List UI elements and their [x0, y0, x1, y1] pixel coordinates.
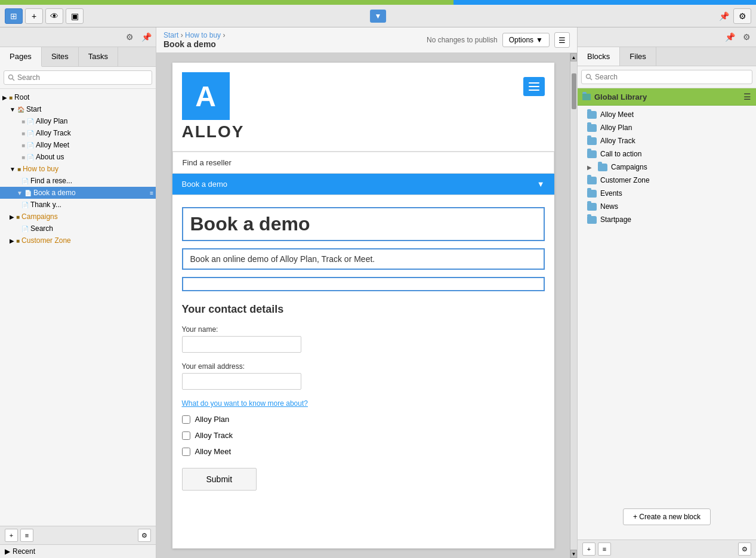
list-view-button[interactable]: ☰: [554, 32, 570, 48]
toolbar-frame-btn[interactable]: ▣: [66, 8, 84, 24]
breadcrumb-start[interactable]: Start: [163, 31, 178, 39]
right-sidebar-top-icons: 📌 ⚙: [578, 27, 756, 47]
hamburger-menu-btn[interactable]: [523, 77, 545, 96]
alloy-header: A ALLOY: [172, 63, 554, 151]
nav-book-demo[interactable]: Book a demo ▼: [172, 174, 554, 195]
library-item-startpage[interactable]: Startpage: [578, 213, 756, 226]
right-search-input[interactable]: [581, 70, 752, 84]
question-text: What do you want to know more about?: [182, 399, 545, 408]
tab-sites[interactable]: Sites: [42, 47, 79, 66]
tree-item-root[interactable]: ▶ ■ Root: [0, 91, 156, 103]
tree-item-campaigns[interactable]: ▶ ■ Campaigns: [0, 211, 156, 223]
page-frame: A ALLOY: [172, 63, 554, 548]
lib-folder-icon: [587, 124, 597, 132]
right-settings-btn[interactable]: ⚙: [738, 542, 751, 556]
lib-folder-icon: [587, 111, 597, 119]
checkbox-alloy-track: Alloy Track: [182, 431, 545, 440]
tab-tasks[interactable]: Tasks: [79, 47, 118, 66]
toolbar-dropdown-btn[interactable]: ▼: [370, 10, 387, 23]
tree-item-alloy-track[interactable]: ■ 📄 Alloy Track: [0, 127, 156, 139]
toolbar-gear-btn[interactable]: ⚙: [733, 8, 751, 24]
sidebar-menu-btn[interactable]: ≡: [20, 529, 33, 542]
tree-item-about-us[interactable]: ■ 📄 About us: [0, 151, 156, 163]
library-menu-btn[interactable]: ☰: [743, 92, 751, 101]
right-search-area: [578, 66, 756, 88]
library-item-customer-zone[interactable]: Customer Zone: [578, 174, 756, 187]
email-input[interactable]: [182, 373, 301, 390]
menu-lines-icon: [529, 82, 539, 91]
scroll-up-arrow[interactable]: ▲: [570, 53, 577, 61]
right-gear-icon[interactable]: ⚙: [739, 30, 754, 44]
toolbar-add-btn[interactable]: +: [25, 8, 43, 24]
sidebar-tabs: Pages Sites Tasks: [0, 47, 156, 67]
page-content: Book a demo Book an online demo of Alloy…: [172, 195, 554, 512]
checkbox-meet-input[interactable]: [182, 448, 190, 456]
scroll-down-arrow[interactable]: ▼: [570, 550, 577, 558]
tree-item-thank-you[interactable]: 📄 Thank y...: [0, 199, 156, 211]
lib-folder-icon: [587, 203, 597, 211]
tree-item-alloy-plan[interactable]: ■ 📄 Alloy Plan: [0, 115, 156, 127]
create-block-button[interactable]: + Create a new block: [623, 508, 711, 525]
page-tree: ▶ ■ Root ▼ 🏠 Start ■ 📄 Alloy Plan ■ 📄 Al…: [0, 89, 156, 526]
tree-item-alloy-meet[interactable]: ■ 📄 Alloy Meet: [0, 139, 156, 151]
library-item-campaigns[interactable]: ▶ Campaigns: [578, 161, 756, 174]
checkbox-plan-input[interactable]: [182, 415, 190, 424]
options-button[interactable]: Options ▼: [502, 33, 550, 47]
submit-button[interactable]: Submit: [182, 468, 257, 491]
page-subtitle-block[interactable]: Book an online demo of Alloy Plan, Track…: [182, 248, 545, 270]
tree-item-how-to-buy[interactable]: ▼ ■ How to buy: [0, 163, 156, 175]
sidebar-gear-icon[interactable]: ⚙: [122, 30, 137, 44]
sidebar-search-input[interactable]: [4, 70, 152, 85]
scroll-thumb[interactable]: [572, 73, 576, 109]
sidebar-add-btn[interactable]: +: [5, 529, 18, 542]
recent-label: Recent: [13, 547, 35, 556]
page-title-block[interactable]: Book a demo: [182, 207, 545, 241]
library-title: Global Library: [594, 93, 740, 101]
library-item-news[interactable]: News: [578, 200, 756, 213]
page-empty-block[interactable]: [182, 277, 545, 291]
right-sidebar-bottom: + ≡ ⚙: [578, 539, 756, 558]
tree-item-customer-zone[interactable]: ▶ ■ Customer Zone: [0, 235, 156, 246]
toolbar-pin-icon: 📌: [717, 9, 731, 23]
tree-item-edit-icon[interactable]: ≡: [150, 190, 153, 196]
toolbar-view-btn[interactable]: 👁: [45, 8, 63, 24]
contact-title: Your contact details: [182, 303, 545, 316]
checkbox-meet-label: Alloy Meet: [195, 447, 232, 456]
right-sidebar-tabs: Blocks Files: [578, 47, 756, 66]
tab-pages[interactable]: Pages: [0, 47, 42, 67]
center-scrollbar: ▲ ▼: [570, 53, 577, 558]
library-item-alloy-plan[interactable]: Alloy Plan: [578, 121, 756, 134]
sidebar-settings-btn[interactable]: ⚙: [138, 529, 151, 542]
right-menu-btn[interactable]: ≡: [598, 542, 611, 556]
toolbar-grid-btn[interactable]: ⊞: [5, 8, 23, 24]
checkbox-track-input[interactable]: [182, 431, 190, 440]
tab-blocks[interactable]: Blocks: [578, 47, 620, 66]
recent-bar[interactable]: ▶ Recent: [0, 544, 156, 558]
logo-text: ALLOY: [182, 122, 245, 141]
library-item-call-to-action[interactable]: Call to action: [578, 147, 756, 161]
tree-item-book-demo[interactable]: ▼ 📄 Book a demo ≡: [0, 187, 156, 199]
tree-item-find-reseller[interactable]: 📄 Find a rese...: [0, 175, 156, 187]
page-canvas: A ALLOY: [156, 53, 570, 558]
tree-item-search[interactable]: 📄 Search: [0, 223, 156, 235]
tree-item-start[interactable]: ▼ 🏠 Start: [0, 103, 156, 115]
email-label: Your email address:: [182, 362, 545, 371]
right-add-btn[interactable]: +: [582, 542, 595, 556]
top-bar: [0, 0, 756, 5]
library-item-alloy-track[interactable]: Alloy Track: [578, 134, 756, 147]
recent-arrow-icon: ▶: [5, 547, 10, 556]
nav-find-reseller[interactable]: Find a reseller: [172, 152, 554, 174]
alloy-logo: A: [182, 72, 230, 120]
library-item-events[interactable]: Events: [578, 187, 756, 200]
breadcrumb: Start › How to buy › Book a demo: [163, 31, 422, 49]
nav-bar: Find a reseller Book a demo ▼: [172, 151, 554, 195]
lib-folder-icon: [587, 150, 597, 158]
publish-status: No changes to publish: [427, 36, 498, 44]
name-input[interactable]: [182, 336, 301, 353]
library-item-alloy-meet[interactable]: Alloy Meet: [578, 108, 756, 121]
logo-letter: A: [195, 80, 216, 113]
tab-files[interactable]: Files: [620, 47, 656, 66]
breadcrumb-how-to-buy[interactable]: How to buy: [185, 31, 221, 39]
lib-folder-icon: [587, 190, 597, 198]
alloy-logo-wrap: A ALLOY: [182, 72, 245, 141]
